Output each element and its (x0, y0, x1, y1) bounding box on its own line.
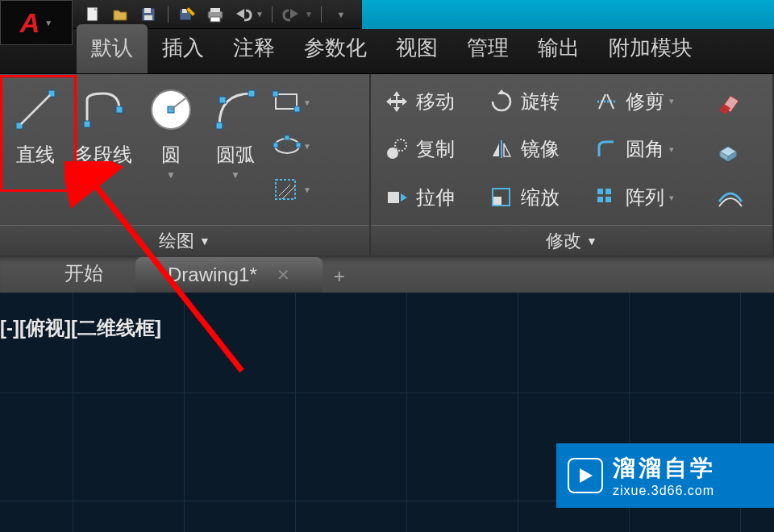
chevron-down-icon: ▼ (44, 19, 52, 27)
scale-icon (489, 185, 514, 210)
svg-rect-48 (605, 189, 611, 194)
new-file-icon (85, 6, 102, 23)
tab-view[interactable]: 视图 (381, 24, 452, 73)
tab-default[interactable]: 默认 (77, 24, 148, 73)
svg-rect-24 (273, 91, 278, 97)
circle-tool[interactable]: 圆 ▼ (139, 77, 203, 225)
ribbon-body: 直线 多段线 圆 ▼ 圆弧 ▼ (0, 74, 774, 256)
hatch-icon (271, 177, 303, 202)
copy-button[interactable]: 复制 (377, 133, 482, 165)
svg-marker-41 (504, 143, 510, 156)
svg-rect-47 (597, 189, 603, 194)
svg-rect-43 (388, 192, 399, 203)
trim-button[interactable]: 修剪 ▾ (587, 85, 703, 118)
erase-icon (716, 89, 745, 114)
svg-marker-34 (497, 89, 506, 94)
erase-button[interactable] (703, 89, 758, 114)
open-file-button[interactable] (108, 3, 134, 26)
svg-marker-10 (236, 9, 244, 19)
svg-line-31 (279, 185, 290, 196)
chevron-down-icon: ▼ (231, 169, 240, 181)
modify-panel-title[interactable]: 修改 ▼ (371, 225, 772, 256)
svg-rect-23 (276, 94, 297, 109)
doc-tab-start[interactable]: 开始 (32, 254, 135, 293)
stretch-button[interactable]: 拉伸 (377, 181, 482, 214)
trim-icon (593, 89, 619, 114)
redo-button[interactable]: ▼ (279, 3, 314, 26)
tab-addins[interactable]: 附加模块 (594, 24, 707, 73)
tab-manage[interactable]: 管理 (452, 24, 523, 73)
chevron-down-icon: ▾ (669, 144, 674, 155)
tab-parametric[interactable]: 参数化 (289, 24, 381, 73)
explode-button[interactable] (703, 137, 758, 161)
app-menu-button[interactable]: A ▼ (0, 0, 73, 45)
chevron-down-icon: ▼ (166, 169, 176, 181)
viewport-label[interactable]: [-][俯视][二维线框] (0, 315, 161, 341)
save-button[interactable] (135, 3, 161, 26)
tab-output[interactable]: 输出 (523, 24, 594, 73)
chevron-down-icon: ▾ (669, 193, 674, 203)
move-button[interactable]: 移动 (377, 85, 482, 118)
rect-tool[interactable]: ▼ (271, 82, 311, 123)
ellipse-tool[interactable]: ▼ (271, 126, 311, 166)
fillet-icon (593, 136, 619, 162)
svg-rect-3 (144, 8, 151, 13)
qat-customize-button[interactable]: ▼ (328, 3, 354, 26)
polyline-icon (77, 84, 129, 135)
chevron-down-icon: ▼ (199, 235, 210, 247)
close-tab-button[interactable]: ✕ (277, 265, 290, 285)
tab-insert[interactable]: 插入 (148, 24, 218, 73)
svg-rect-16 (116, 106, 123, 113)
new-file-button[interactable] (81, 3, 106, 26)
rotate-button[interactable]: 旋转 (482, 85, 587, 118)
chevron-down-icon: ▼ (586, 235, 597, 247)
mirror-button[interactable]: 镜像 (482, 133, 587, 165)
line-icon (10, 84, 61, 135)
svg-line-32 (282, 186, 295, 199)
svg-rect-45 (493, 197, 501, 206)
stretch-icon (384, 185, 410, 210)
save-as-button[interactable] (175, 3, 201, 26)
doc-tab-drawing1[interactable]: Drawing1* ✕ (135, 257, 322, 293)
arc-label: 圆弧 (216, 142, 255, 168)
svg-rect-50 (605, 197, 611, 202)
svg-marker-40 (493, 143, 499, 156)
mirror-icon (489, 136, 514, 162)
svg-rect-21 (248, 90, 255, 97)
tab-annotate[interactable]: 注释 (218, 24, 289, 73)
svg-line-14 (21, 95, 50, 124)
offset-button[interactable] (703, 185, 758, 210)
scale-button[interactable]: 缩放 (482, 181, 587, 214)
circle-label: 圆 (161, 142, 181, 168)
line-tool[interactable]: 直线 (3, 77, 68, 225)
polyline-label: 多段线 (74, 142, 132, 168)
modify-panel: 移动 旋转 修剪 ▾ 复制 (371, 74, 774, 256)
draw-small-tools: ▼ ▼ ▼ (268, 77, 314, 225)
app-logo-icon: A (20, 7, 40, 39)
draw-panel-title[interactable]: 绘图 ▼ (0, 225, 369, 256)
svg-rect-8 (210, 8, 220, 12)
fillet-button[interactable]: 圆角 ▾ (587, 133, 703, 165)
svg-rect-25 (294, 106, 300, 112)
array-button[interactable]: 阵列 ▾ (587, 181, 703, 214)
arc-tool[interactable]: 圆弧 ▼ (203, 77, 268, 225)
add-tab-button[interactable]: + (322, 260, 356, 293)
circle-icon (145, 84, 197, 135)
ribbon-tabs: 默认 插入 注释 参数化 视图 管理 输出 附加模块 (0, 29, 774, 74)
save-as-icon (178, 6, 198, 23)
document-tabs: 开始 Drawing1* ✕ + (0, 256, 774, 293)
print-button[interactable] (202, 3, 228, 26)
watermark: 溜溜自学 zixue.3d66.com (556, 443, 774, 508)
arc-icon (210, 84, 261, 135)
array-icon (593, 185, 619, 210)
hatch-tool[interactable]: ▼ (271, 169, 311, 210)
svg-rect-28 (296, 143, 301, 148)
polyline-tool[interactable]: 多段线 (68, 77, 139, 225)
qat-separator (321, 6, 322, 23)
svg-marker-11 (290, 9, 298, 19)
offset-icon (716, 185, 745, 210)
undo-button[interactable]: ▼ (230, 3, 265, 26)
svg-rect-9 (210, 17, 220, 22)
line-label: 直线 (16, 142, 55, 168)
svg-marker-53 (580, 468, 593, 483)
